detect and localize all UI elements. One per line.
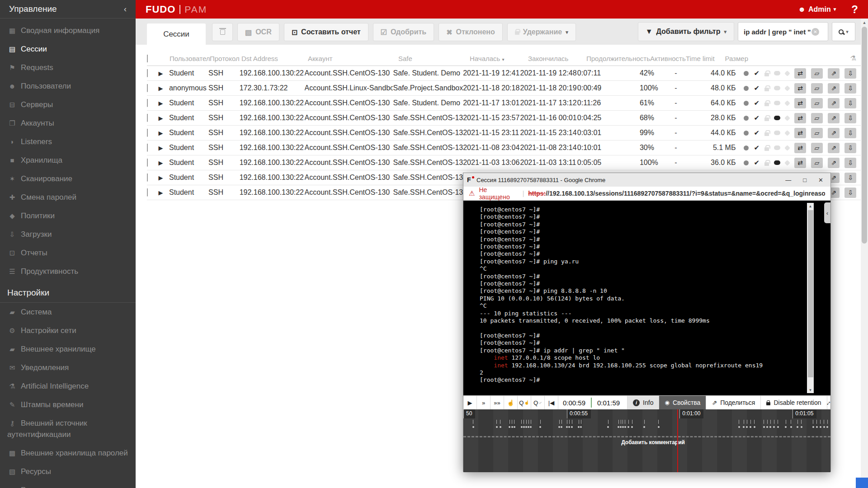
clear-search-icon[interactable]: ✕	[811, 28, 819, 36]
sidebar-item-хранилища[interactable]: ■Хранилища	[0, 151, 136, 169]
admin-menu[interactable]: ☻ Admin ▾	[798, 5, 836, 14]
row-checkbox[interactable]	[147, 69, 148, 77]
search-input[interactable]	[744, 28, 811, 36]
share-button[interactable]: ⇗	[828, 98, 840, 108]
compare-button[interactable]: ⇄	[794, 68, 806, 79]
play-session-icon[interactable]: ▶	[158, 115, 163, 122]
compare-button[interactable]: ⇄	[794, 83, 806, 94]
open-folder-button[interactable]: ▱	[811, 128, 823, 138]
column-header-proto[interactable]: Протокол	[210, 55, 241, 62]
sidebar-item-artificial-intelligence[interactable]: ⚗Artificial Intelligence	[0, 377, 136, 395]
row-checkbox[interactable]	[147, 159, 148, 167]
approve-button[interactable]: ☑ Одобрить	[373, 23, 434, 41]
fullscreen-button[interactable]: ↕	[827, 396, 831, 409]
maximize-button[interactable]: □	[803, 177, 807, 183]
download-button[interactable]: ⇩	[844, 158, 856, 168]
create-report-button[interactable]: ⊡ Составить отчет	[284, 23, 368, 41]
download-button[interactable]: ⇩	[844, 128, 856, 138]
jump-to-start-button[interactable]: |◀	[545, 396, 558, 409]
sidebar-item-сводная-информация[interactable]: ▦Сводная информация	[0, 21, 136, 40]
ocr-button[interactable]: ▧ OCR	[237, 23, 279, 41]
column-header-size[interactable]: Размер	[718, 55, 750, 62]
play-session-icon[interactable]: ▶	[158, 189, 163, 196]
row-checkbox[interactable]	[147, 174, 148, 182]
play-session-icon[interactable]: ▶	[158, 174, 163, 181]
play-session-icon[interactable]: ▶	[158, 85, 163, 92]
sidebar-item-ресурсы[interactable]: ▧Ресурсы	[0, 462, 136, 481]
sidebar-item-сканирование[interactable]: ✶Сканирование	[0, 169, 136, 188]
session-row[interactable]: ▶StudentSSH192.168.100.130:22Account.SSH…	[147, 96, 861, 111]
compare-button[interactable]: ⇄	[794, 113, 806, 123]
select-all-checkbox[interactable]	[147, 55, 148, 62]
column-header-dst[interactable]: Dst Address	[241, 55, 308, 62]
open-folder-button[interactable]: ▱	[811, 113, 823, 123]
url-bar[interactable]: ⚠ Не защищено | https://192.168.100.13/s…	[463, 187, 830, 201]
terminal-scrollbar[interactable]: ▲ ▼	[807, 203, 814, 393]
minimize-button[interactable]: —	[785, 177, 791, 183]
open-folder-button[interactable]: ▱	[811, 68, 823, 79]
session-timeline[interactable]: Добавить комментарий 500:00:550:01:000:0…	[463, 409, 830, 472]
sidebar-item-пользователи[interactable]: ☻Пользователи	[0, 77, 136, 95]
scrollbar-thumb[interactable]	[862, 27, 867, 244]
sidebar-item-продуктивность[interactable]: ☰Продуктивность	[0, 262, 136, 281]
play-session-icon[interactable]: ▶	[158, 70, 163, 77]
sidebar-item-система[interactable]: ▰Система	[0, 303, 136, 321]
hold-button[interactable]: Удержание ▾	[507, 23, 576, 41]
sidebar-item-отчеты[interactable]: ⊡Отчеты	[0, 244, 136, 262]
download-button[interactable]: ⇩	[844, 188, 856, 198]
open-folder-button[interactable]: ▱	[811, 143, 823, 153]
scrollbar-thumb[interactable]	[808, 210, 813, 377]
column-header-ended[interactable]: Закончилась	[528, 55, 586, 62]
search-events-button[interactable]: Q☞	[531, 396, 545, 409]
sidebar-item-аккаунты[interactable]: ❐Аккаунты	[0, 114, 136, 132]
open-folder-button[interactable]: ▱	[811, 83, 823, 94]
open-folder-button[interactable]: ▱	[811, 158, 823, 168]
download-button[interactable]: ⇩	[844, 173, 856, 183]
scroll-down-icon[interactable]: ▼	[807, 387, 814, 393]
column-header-started[interactable]: Началась▾	[470, 55, 528, 62]
share-button[interactable]: ⇗	[828, 83, 840, 94]
column-header-limit[interactable]: Time limit	[686, 55, 718, 62]
close-button[interactable]: ✕	[818, 177, 823, 183]
row-checkbox[interactable]	[147, 84, 148, 92]
search-keystrokes-button[interactable]: Q☝	[518, 396, 531, 409]
session-row[interactable]: ▶StudentSSH192.168.100.130:22Account.SSH…	[147, 66, 861, 81]
next-event-button[interactable]: ☝	[504, 396, 518, 409]
sidebar-item-внешнее-хранилище[interactable]: ▰Внешнее хранилище	[0, 340, 136, 358]
download-button[interactable]: ⇩	[844, 68, 856, 79]
session-row[interactable]: ▶anonymousSSH172.30.1.73:22Account.SSH.L…	[147, 81, 861, 96]
row-checkbox[interactable]	[147, 99, 148, 107]
download-button[interactable]: ⇩	[844, 113, 856, 123]
download-button[interactable]: ⇩	[844, 83, 856, 94]
session-row[interactable]: ▶StudentSSH192.168.100.130:22Account.SSH…	[147, 126, 861, 141]
row-checkbox[interactable]	[147, 144, 148, 152]
sidebar-item-requests[interactable]: ⚑Requests	[0, 58, 136, 77]
share-button[interactable]: ⇗ Поделиться	[706, 396, 760, 409]
column-header-safe[interactable]: Safe	[398, 55, 470, 62]
sidebar-item-серверы[interactable]: ⊟Серверы	[0, 95, 136, 114]
sidebar-item-смена-паролей[interactable]: ✚Смена паролей	[0, 188, 136, 206]
sidebar-item-настройки-сети[interactable]: ⚙Настройки сети	[0, 321, 136, 340]
session-row[interactable]: ▶StudentSSH192.168.100.130:22Account.SSH…	[147, 111, 861, 126]
disable-retention-button[interactable]: Disable retention	[760, 396, 826, 409]
row-checkbox[interactable]	[147, 188, 148, 197]
session-row[interactable]: ▶StudentSSH192.168.100.130:22Account.SSH…	[147, 141, 861, 155]
tab-sessions[interactable]: Сессии	[147, 23, 206, 45]
fast-forward-button[interactable]: »»	[491, 396, 504, 409]
sidebar-item-политики[interactable]: ◆Политики	[0, 206, 136, 225]
sidebar-item-сессии[interactable]: ▤Сессии	[0, 40, 136, 58]
window-titlebar[interactable]: F Сессия 1116892707587883311 - Google Ch…	[463, 173, 830, 187]
sidebar-item-штампы-времени[interactable]: ✎Штампы времени	[0, 395, 136, 414]
row-checkbox[interactable]	[147, 114, 148, 122]
column-header-user[interactable]: Пользователь	[170, 55, 210, 62]
scroll-up-icon[interactable]: ▲	[861, 19, 868, 25]
sidebar-item-внешние-хранилища-паролей[interactable]: ▩Внешние хранилища паролей	[0, 444, 136, 462]
sidebar-item-уведомления[interactable]: ✉Уведомления	[0, 358, 136, 377]
compare-button[interactable]: ⇄	[794, 98, 806, 108]
collapse-panel-handle[interactable]: ‹	[824, 202, 830, 223]
skip-forward-button[interactable]: »	[477, 396, 491, 409]
compare-button[interactable]: ⇄	[794, 128, 806, 138]
play-session-icon[interactable]: ▶	[158, 160, 163, 166]
share-button[interactable]: ⇗	[828, 143, 840, 153]
share-button[interactable]: ⇗	[828, 113, 840, 123]
